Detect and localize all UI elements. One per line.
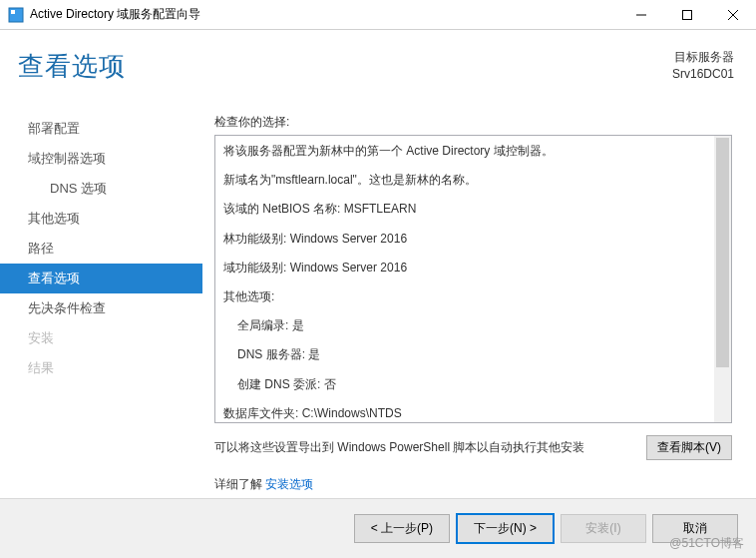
content-panel: 检查你的选择: 将该服务器配置为新林中的第一个 Active Directory… (202, 102, 756, 498)
next-button[interactable]: 下一步(N) > (456, 513, 555, 544)
more-info-link[interactable]: 安装选项 (265, 477, 313, 491)
svg-rect-3 (683, 11, 692, 20)
install-button: 安装(I) (561, 514, 646, 543)
sidebar-item-results: 结果 (0, 353, 202, 383)
review-line: 林功能级别: Windows Server 2016 (223, 230, 709, 249)
target-server-name: Srv16DC01 (672, 66, 734, 83)
sidebar: 部署配置 域控制器选项 DNS 选项 其他选项 路径 查看选项 先决条件检查 安… (0, 102, 202, 498)
scrollbar-thumb[interactable] (716, 138, 729, 367)
window-controls (618, 0, 756, 29)
footer: < 上一步(P) 下一步(N) > 安装(I) 取消 (0, 498, 756, 558)
previous-button[interactable]: < 上一步(P) (354, 514, 450, 543)
review-line: 将该服务器配置为新林中的第一个 Active Directory 域控制器。 (223, 142, 709, 161)
scrollbar[interactable] (714, 136, 731, 422)
review-line: DNS 服务器: 是 (223, 345, 709, 364)
maximize-button[interactable] (664, 0, 710, 30)
sidebar-item-dc-options[interactable]: 域控制器选项 (0, 144, 202, 174)
app-icon (8, 7, 24, 23)
sidebar-item-review[interactable]: 查看选项 (0, 264, 202, 293)
header: 查看选项 目标服务器 Srv16DC01 (0, 30, 756, 102)
sidebar-item-prereq[interactable]: 先决条件检查 (0, 293, 202, 323)
review-label: 检查你的选择: (214, 114, 732, 131)
review-line: 数据库文件夹: C:\Windows\NTDS (223, 404, 709, 423)
review-text: 将该服务器配置为新林中的第一个 Active Directory 域控制器。 新… (215, 136, 731, 439)
review-line: 创建 DNS 委派: 否 (223, 375, 709, 394)
titlebar: Active Directory 域服务配置向导 (0, 0, 756, 30)
target-label: 目标服务器 (672, 49, 734, 66)
target-server-box: 目标服务器 Srv16DC01 (672, 49, 734, 83)
review-line: 该域的 NetBIOS 名称: MSFTLEARN (223, 200, 709, 219)
window-title: Active Directory 域服务配置向导 (30, 6, 618, 23)
review-line: 其他选项: (223, 287, 709, 306)
minimize-button[interactable] (618, 0, 664, 30)
sidebar-item-paths[interactable]: 路径 (0, 234, 202, 264)
more-info-row: 详细了解 安装选项 (214, 476, 732, 493)
export-description: 可以将这些设置导出到 Windows PowerShell 脚本以自动执行其他安… (214, 439, 584, 456)
sidebar-item-dns-options[interactable]: DNS 选项 (0, 174, 202, 204)
sidebar-item-deployment[interactable]: 部署配置 (0, 114, 202, 144)
review-textbox[interactable]: 将该服务器配置为新林中的第一个 Active Directory 域控制器。 新… (214, 135, 732, 423)
review-line: 域功能级别: Windows Server 2016 (223, 259, 709, 278)
review-line: 全局编录: 是 (223, 316, 709, 335)
cancel-button[interactable]: 取消 (652, 514, 738, 543)
sidebar-item-install: 安装 (0, 323, 202, 353)
close-button[interactable] (710, 0, 756, 30)
svg-rect-1 (11, 10, 15, 14)
more-info-prefix: 详细了解 (214, 477, 262, 491)
sidebar-item-additional[interactable]: 其他选项 (0, 204, 202, 234)
page-title: 查看选项 (18, 49, 126, 84)
main-area: 部署配置 域控制器选项 DNS 选项 其他选项 路径 查看选项 先决条件检查 安… (0, 102, 756, 498)
review-line: 新域名为"msftlearn.local"。这也是新林的名称。 (223, 171, 709, 190)
